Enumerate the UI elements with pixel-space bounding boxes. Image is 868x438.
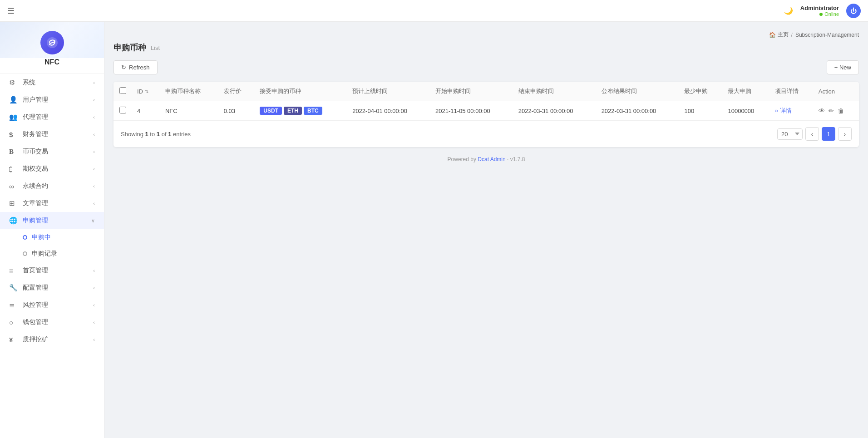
- system-icon: ⚙: [9, 79, 18, 87]
- theme-toggle-icon[interactable]: 🌙: [784, 6, 793, 15]
- col-header-price: 发行价: [218, 82, 255, 101]
- page-size-select[interactable]: 10 20 50 100: [777, 128, 803, 140]
- sidebar-item-pledge-mining[interactable]: ¥ 质押挖矿 ‹: [0, 331, 104, 348]
- arrow-icon: ‹: [93, 268, 95, 273]
- arrow-icon: ‹: [93, 132, 95, 137]
- new-button[interactable]: + New: [827, 60, 859, 74]
- sidebar-item-homepage-mgmt[interactable]: ≡ 首页管理 ‹: [0, 262, 104, 279]
- wallet-icon: ○: [9, 319, 18, 326]
- page-1-button[interactable]: 1: [822, 127, 835, 141]
- cell-min: 100: [679, 101, 722, 121]
- sub-dot-active: [23, 235, 27, 240]
- badge-eth: ETH: [284, 107, 302, 115]
- sidebar-item-system[interactable]: ⚙ 系统 ‹: [0, 74, 104, 91]
- sort-icon[interactable]: ⇅: [145, 89, 148, 94]
- edit-icon[interactable]: ✏: [829, 107, 834, 114]
- arrow-icon: ‹: [93, 320, 95, 325]
- sidebar-logo: NFC: [0, 22, 104, 74]
- cell-action: 👁 ✏ 🗑: [813, 101, 859, 121]
- cell-price: 0.03: [218, 101, 255, 121]
- row-checkbox[interactable]: [119, 107, 126, 113]
- col-header-end: 结束申购时间: [513, 82, 596, 101]
- article-icon: ⊞: [9, 199, 18, 207]
- arrow-icon: ‹: [93, 183, 95, 189]
- sidebar-item-risk-mgmt[interactable]: ≣ 风控管理 ‹: [0, 296, 104, 314]
- menu-toggle[interactable]: ☰: [7, 6, 15, 16]
- user-icon: 👤: [9, 96, 18, 104]
- view-icon[interactable]: 👁: [819, 107, 825, 114]
- delete-icon[interactable]: 🗑: [838, 107, 844, 114]
- pagination-controls: 10 20 50 100 ‹ 1 ›: [777, 127, 852, 141]
- sidebar-item-article-mgmt[interactable]: ⊞ 文章管理 ‹: [0, 195, 104, 212]
- cell-start-time: 2021-11-05 00:00:00: [430, 101, 513, 121]
- sidebar-subitem-subscription-history[interactable]: 申购记录: [0, 246, 104, 262]
- col-header-name: 申购币种名称: [160, 82, 218, 101]
- config-icon: 🔧: [9, 284, 18, 292]
- footer: Powered by Dcat Admin · v1.7.8: [113, 147, 859, 172]
- pledge-icon: ¥: [9, 336, 18, 344]
- col-header-start: 开始申购时间: [430, 82, 513, 101]
- breadcrumb-home[interactable]: 🏠 主页: [769, 31, 789, 39]
- sidebar-subitem-subscription-active[interactable]: 申购中: [0, 229, 104, 246]
- select-all-checkbox[interactable]: [119, 87, 126, 94]
- pagination-area: Showing 1 to 1 of 1 entries 10 20 50 100: [113, 120, 859, 147]
- cell-name: NFC: [160, 101, 218, 121]
- expand-arrow-icon: ∨: [91, 218, 95, 224]
- next-page-button[interactable]: ›: [838, 127, 852, 141]
- col-header-min: 最少申购: [679, 82, 722, 101]
- col-header-id: ID ⇅: [132, 82, 160, 101]
- sidebar-item-user-mgmt[interactable]: 👤 用户管理 ‹: [0, 91, 104, 108]
- risk-icon: ≣: [9, 301, 18, 309]
- cell-result-time: 2022-03-31 00:00:00: [596, 101, 679, 121]
- sidebar-item-futures-trade[interactable]: ₿ 期权交易 ‹: [0, 160, 104, 177]
- page-title: 申购币种: [113, 42, 146, 53]
- sidebar-item-finance-mgmt[interactable]: $ 财务管理 ‹: [0, 126, 104, 143]
- table-container: ID ⇅ 申购币种名称 发行价 接受申购的币种 预计上线时间 开始申购时间 结束…: [113, 82, 859, 147]
- sidebar: NFC ⚙ 系统 ‹ 👤 用户管理 ‹ 👥 代理管理 ‹ $ 财务管理 ‹ B …: [0, 22, 104, 438]
- prev-page-button[interactable]: ‹: [805, 127, 819, 141]
- col-header-launch: 预计上线时间: [347, 82, 430, 101]
- table-row: 4 NFC 0.03 USDT ETH BTC 2022-04-01 00:00…: [113, 101, 859, 121]
- coin-icon: B: [9, 148, 18, 156]
- refresh-button[interactable]: ↻ Refresh: [113, 60, 158, 74]
- detail-link[interactable]: » 详情: [775, 107, 792, 114]
- sidebar-item-coin-trade[interactable]: B 币币交易 ‹: [0, 143, 104, 160]
- sidebar-item-agent-mgmt[interactable]: 👥 代理管理 ‹: [0, 108, 104, 126]
- user-name: Administrator: [800, 5, 839, 11]
- agent-icon: 👥: [9, 113, 18, 121]
- user-status: Online: [819, 11, 839, 17]
- logo-icon: [40, 31, 64, 54]
- user-info: Administrator Online: [800, 5, 839, 17]
- page-subtitle: List: [151, 44, 160, 51]
- status-dot: [819, 13, 823, 16]
- breadcrumb-separator: /: [791, 32, 793, 38]
- arrow-icon: ‹: [93, 337, 95, 342]
- dcat-admin-link[interactable]: Dcat Admin: [478, 156, 505, 162]
- arrow-icon: ‹: [93, 149, 95, 154]
- arrow-icon: ‹: [93, 166, 95, 172]
- col-header-accepted: 接受申购的币种: [254, 82, 347, 101]
- sub-dot: [23, 251, 27, 256]
- arrow-icon: ‹: [93, 114, 95, 120]
- top-header: ☰ 🌙 Administrator Online ⏻: [0, 0, 868, 22]
- cell-max: 10000000: [722, 101, 769, 121]
- subscription-icon: 🌐: [9, 217, 18, 225]
- sidebar-item-subscription-mgmt[interactable]: 🌐 申购管理 ∨: [0, 212, 104, 229]
- cell-detail: » 详情: [769, 101, 813, 121]
- sidebar-item-wallet-mgmt[interactable]: ○ 钱包管理 ‹: [0, 314, 104, 331]
- col-header-detail: 项目详情: [769, 82, 813, 101]
- sidebar-item-config-mgmt[interactable]: 🔧 配置管理 ‹: [0, 279, 104, 296]
- badge-usdt: USDT: [260, 107, 282, 115]
- home-icon: 🏠: [769, 32, 776, 38]
- main-content: 🏠 主页 / Subscription-Management 申购币种 List…: [104, 22, 868, 438]
- power-button[interactable]: ⏻: [846, 4, 861, 18]
- col-header-result: 公布结果时间: [596, 82, 679, 101]
- showing-text: Showing 1 to 1 of 1 entries: [121, 131, 191, 138]
- arrow-icon: ‹: [93, 285, 95, 290]
- col-header-action: Action: [813, 82, 859, 101]
- col-header-checkbox: [113, 82, 132, 101]
- refresh-icon: ↻: [121, 64, 126, 71]
- sidebar-item-perpetual[interactable]: ∞ 永续合约 ‹: [0, 177, 104, 195]
- page-title-area: 申购币种 List: [113, 42, 859, 53]
- arrow-icon: ‹: [93, 201, 95, 206]
